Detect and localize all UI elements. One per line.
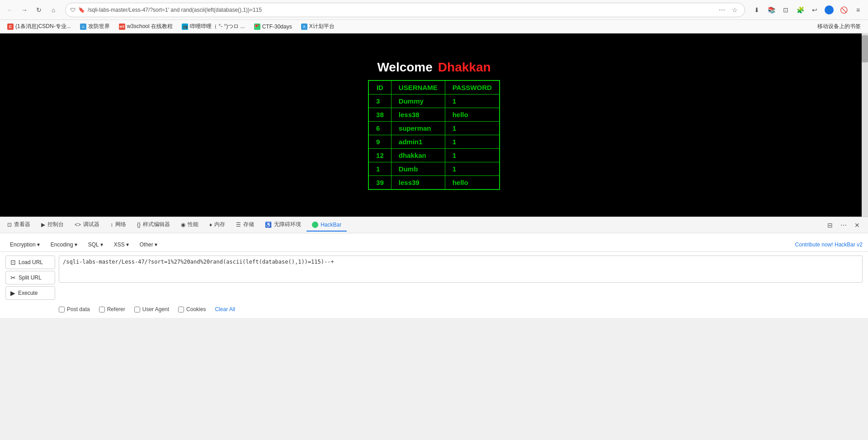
referer-label: Referer (107, 306, 125, 312)
split-url-label: Split URL (19, 274, 42, 281)
tab-console[interactable]: ▶ 控制台 (36, 218, 69, 232)
scrollbar-thumb (862, 35, 868, 62)
xss-menu[interactable]: XSS ▾ (109, 240, 133, 250)
hackbar-url-section: ⊡ Load URL ✂ Split URL ▶ Execute (0, 252, 868, 303)
bookmark-xplan[interactable]: X X计划平台 (297, 22, 338, 31)
close-devtools-button[interactable]: ✕ (851, 219, 863, 232)
contribute-link[interactable]: Contribute now! HackBar v2 (795, 241, 863, 248)
home-button[interactable]: ⌂ (47, 4, 60, 16)
menu-button[interactable]: ≡ (852, 4, 864, 16)
encoding-label: Encoding (51, 241, 73, 248)
cell-3-2: 1 (445, 135, 500, 149)
split-devtools-button[interactable]: ⊟ (824, 219, 836, 232)
bookmark-attackworld[interactable]: ⚔ 攻防世界 (76, 22, 113, 31)
col-header-username: USERNAME (391, 80, 445, 95)
split-url-button[interactable]: ✂ Split URL (5, 271, 55, 284)
cell-2-2: 1 (445, 122, 500, 135)
nav-right: ⬇ 📚 ⊡ 🧩 ↩ 👤 🚫 ≡ (750, 4, 864, 16)
tab-memory[interactable]: ♦ 内存 (204, 218, 231, 232)
bookmark-csdn[interactable]: C (1条消息)CSDN-专业... (4, 22, 75, 31)
cell-5-1: Dumb (391, 162, 445, 176)
url-input[interactable] (59, 255, 863, 283)
referer-checkbox-group[interactable]: Referer (99, 306, 125, 312)
forward-button[interactable]: → (18, 4, 31, 16)
nav-bar: ← → ↻ ⌂ 🛡 🔖 /sqli-labs-master/Less-47/?s… (0, 0, 868, 20)
library-button[interactable]: 📚 (765, 4, 778, 16)
bookmarks-bar: C (1条消息)CSDN-专业... ⚔ 攻防世界 w3 w3school 在线… (0, 20, 868, 33)
storage-icon: ☰ (236, 222, 241, 228)
attackworld-icon: ⚔ (80, 24, 86, 30)
windows-button[interactable]: ⊡ (779, 4, 792, 16)
inspector-icon: ⊡ (7, 222, 12, 228)
network-icon: ↕ (110, 222, 113, 228)
cookies-checkbox[interactable] (178, 307, 184, 312)
cell-4-2: 1 (445, 149, 500, 162)
extensions-button[interactable]: 🧩 (794, 4, 807, 16)
tab-storage[interactable]: ☰ 存储 (231, 218, 259, 232)
download-button[interactable]: ⬇ (750, 4, 763, 16)
bookmark-attackworld-label: 攻防世界 (88, 23, 110, 30)
more-devtools-button[interactable]: ⋯ (837, 219, 850, 232)
performance-icon: ◉ (181, 222, 185, 228)
stop-button[interactable]: 🚫 (837, 4, 850, 16)
sql-menu[interactable]: SQL ▾ (84, 240, 108, 250)
tab-inspector[interactable]: ⊡ 查看器 (2, 218, 36, 232)
bookmark-star-button[interactable]: ☆ (729, 5, 740, 15)
encoding-menu[interactable]: Encoding ▾ (46, 240, 82, 250)
profile-button[interactable]: 👤 (823, 4, 835, 16)
page-scrollbar[interactable] (862, 33, 868, 217)
welcome-text: Welcome (377, 60, 432, 75)
more-options-button[interactable]: ⋯ (717, 5, 727, 15)
hackbar-actions: ⊡ Load URL ✂ Split URL ▶ Execute (5, 255, 55, 300)
cell-5-2: 1 (445, 162, 500, 176)
devtools-panel: ⊡ 查看器 ▶ 控制台 <> 调试器 ↕ 网络 {} 样式编辑器 ◉ 性能 ♦ … (0, 217, 868, 318)
back2-button[interactable]: ↩ (808, 4, 821, 16)
load-url-icon: ⊡ (10, 259, 16, 266)
tab-hackbar[interactable]: HackBar (307, 219, 347, 232)
tab-network[interactable]: ↕ 网络 (105, 218, 132, 232)
tab-style-editor[interactable]: {} 样式编辑器 (132, 218, 175, 232)
bookmark-mobile[interactable]: 移动设备上的书签 (814, 22, 864, 31)
accessibility-icon: ♿ (265, 222, 272, 228)
debugger-icon: <> (75, 222, 81, 228)
back-button[interactable]: ← (4, 4, 16, 16)
bookmark-bilibili[interactable]: 📺 哔哩哔哩（ °- °)つロ ... (178, 22, 249, 31)
cell-5-0: 1 (368, 162, 391, 176)
execute-button[interactable]: ▶ Execute (5, 286, 55, 300)
load-url-button[interactable]: ⊡ Load URL (5, 255, 55, 269)
tab-debugger[interactable]: <> 调试器 (69, 218, 105, 232)
tab-accessibility[interactable]: ♿ 无障碍环境 (259, 218, 307, 232)
reload-button[interactable]: ↻ (33, 4, 45, 16)
ctf-icon: 🚩 (254, 24, 260, 30)
post-data-checkbox[interactable] (59, 307, 65, 312)
cookies-checkbox-group[interactable]: Cookies (178, 306, 206, 312)
post-data-checkbox-group[interactable]: Post data (59, 306, 90, 312)
bookmark-csdn-label: (1条消息)CSDN-专业... (15, 23, 71, 30)
clear-all-button[interactable]: Clear All (215, 306, 235, 312)
table-row: 12dhakkan1 (368, 149, 500, 162)
csdn-icon: C (7, 24, 14, 30)
user-agent-checkbox[interactable] (134, 307, 140, 312)
bookmark-xplan-label: X计划平台 (309, 23, 335, 30)
console-icon: ▶ (41, 222, 45, 228)
memory-icon: ♦ (209, 222, 212, 228)
cell-6-2: hello (445, 176, 500, 190)
bookmark-ctf[interactable]: 🚩 CTF-30days (250, 23, 296, 31)
referer-checkbox[interactable] (99, 307, 105, 312)
table-row: 6superman1 (368, 122, 500, 135)
table-row: 9admin11 (368, 135, 500, 149)
xss-arrow-icon: ▾ (126, 241, 129, 248)
bookmark-w3school[interactable]: w3 w3school 在线教程 (115, 22, 176, 31)
cell-2-1: superman (391, 122, 445, 135)
cell-3-1: admin1 (391, 135, 445, 149)
user-agent-checkbox-group[interactable]: User Agent (134, 306, 169, 312)
bookmark-w3school-label: w3school 在线教程 (127, 23, 173, 30)
address-bar: 🛡 🔖 /sqli-labs-master/Less-47/?sort=1' a… (65, 3, 745, 17)
tab-performance[interactable]: ◉ 性能 (175, 218, 204, 232)
other-menu[interactable]: Other ▾ (135, 240, 162, 250)
table-row: 39less39hello (368, 176, 500, 190)
post-data-label: Post data (67, 306, 90, 312)
xss-label: XSS (114, 241, 125, 248)
url-display[interactable]: /sqli-labs-master/Less-47/?sort=1' and r… (88, 7, 714, 13)
encryption-menu[interactable]: Encryption ▾ (5, 240, 44, 250)
